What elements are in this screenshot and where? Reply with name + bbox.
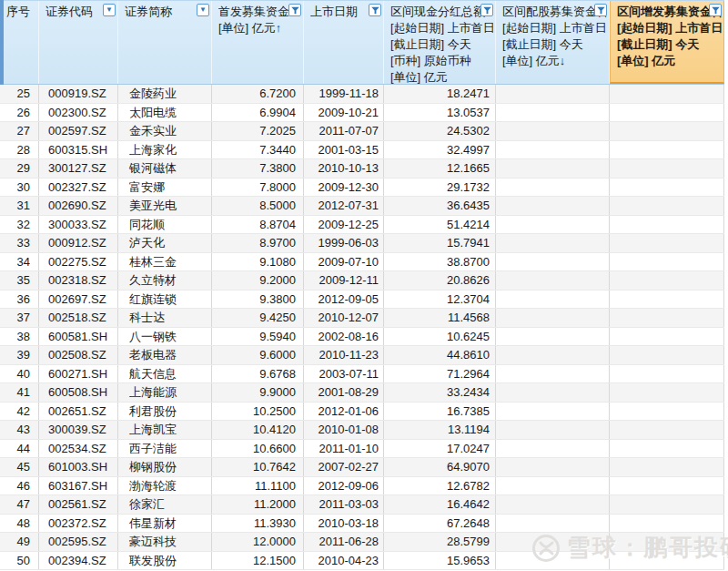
column-header-index[interactable]: 序号 bbox=[0, 1, 39, 84]
cell-rights_funds[interactable] bbox=[496, 216, 610, 234]
cell-index[interactable]: 26 bbox=[0, 104, 39, 122]
cell-secondary_funds[interactable] bbox=[610, 365, 724, 383]
cell-name[interactable]: 泸天化 bbox=[118, 234, 212, 252]
cell-index[interactable]: 48 bbox=[0, 515, 39, 533]
cell-rights_funds[interactable] bbox=[496, 515, 610, 533]
cell-rights_funds[interactable] bbox=[496, 178, 610, 197]
cell-ipo_funds[interactable]: 6.7200 bbox=[212, 85, 304, 103]
table-row[interactable]: 38600581.SH八一钢铁9.59402002-08-1610.6245 bbox=[0, 328, 724, 347]
cell-dividend[interactable]: 12.3704 bbox=[384, 291, 496, 309]
cell-ipo_funds[interactable]: 7.2025 bbox=[212, 122, 304, 140]
cell-index[interactable]: 38 bbox=[0, 328, 39, 346]
cell-index[interactable]: 41 bbox=[0, 383, 39, 402]
cell-code[interactable]: 601003.SH bbox=[39, 458, 118, 476]
funnel-filter-icon[interactable] bbox=[480, 4, 493, 16]
cell-secondary_funds[interactable] bbox=[610, 159, 724, 178]
cell-secondary_funds[interactable] bbox=[610, 291, 724, 309]
cell-secondary_funds[interactable] bbox=[610, 271, 724, 290]
cell-index[interactable]: 29 bbox=[0, 159, 39, 178]
cell-list_date[interactable]: 2011-01-10 bbox=[304, 440, 384, 458]
cell-name[interactable]: 红旗连锁 bbox=[118, 291, 212, 309]
cell-code[interactable]: 600315.SH bbox=[39, 141, 118, 159]
cell-list_date[interactable]: 2009-12-30 bbox=[304, 178, 384, 197]
cell-code[interactable]: 002394.SZ bbox=[39, 552, 118, 570]
cell-name[interactable]: 航天信息 bbox=[118, 365, 212, 383]
table-row[interactable]: 39002508.SZ老板电器9.60002010-11-2344.8610 bbox=[0, 346, 724, 365]
cell-code[interactable]: 002534.SZ bbox=[39, 440, 118, 458]
table-row[interactable]: 43300039.SZ上海凯宝10.41202010-01-0813.1194 bbox=[0, 421, 724, 440]
cell-code[interactable]: 600271.SH bbox=[39, 365, 118, 383]
cell-name[interactable]: 伟星新材 bbox=[118, 515, 212, 533]
cell-dividend[interactable]: 12.1665 bbox=[384, 159, 496, 178]
table-row[interactable]: 33000912.SZ泸天化8.97001999-06-0315.7941 bbox=[0, 234, 724, 253]
cell-secondary_funds[interactable] bbox=[610, 309, 724, 327]
cell-ipo_funds[interactable]: 8.5000 bbox=[212, 197, 304, 215]
cell-name[interactable]: 徐家汇 bbox=[118, 495, 212, 514]
cell-ipo_funds[interactable]: 7.8000 bbox=[212, 178, 304, 197]
cell-name[interactable]: 上海能源 bbox=[118, 383, 212, 402]
cell-list_date[interactable]: 2012-09-05 bbox=[304, 291, 384, 309]
cell-name[interactable]: 银河磁体 bbox=[118, 159, 212, 178]
cell-dividend[interactable]: 15.7941 bbox=[384, 234, 496, 252]
cell-rights_funds[interactable] bbox=[496, 122, 610, 140]
table-row[interactable]: 48002372.SZ伟星新材11.39302010-03-1867.2648 bbox=[0, 515, 724, 534]
cell-ipo_funds[interactable]: 9.5940 bbox=[212, 328, 304, 346]
cell-list_date[interactable]: 2010-01-08 bbox=[304, 421, 384, 439]
cell-index[interactable]: 31 bbox=[0, 197, 39, 215]
cell-index[interactable]: 45 bbox=[0, 458, 39, 476]
cell-secondary_funds[interactable] bbox=[610, 104, 724, 122]
cell-secondary_funds[interactable] bbox=[610, 477, 724, 495]
cell-dividend[interactable]: 17.0247 bbox=[384, 440, 496, 458]
funnel-filter-icon[interactable] bbox=[709, 4, 722, 16]
cell-secondary_funds[interactable] bbox=[610, 383, 724, 402]
cell-ipo_funds[interactable]: 7.3800 bbox=[212, 159, 304, 178]
table-row[interactable]: 42002651.SZ利君股份10.25002012-01-0616.7385 bbox=[0, 403, 724, 422]
cell-code[interactable]: 600581.SH bbox=[39, 328, 118, 346]
cell-secondary_funds[interactable] bbox=[610, 458, 724, 476]
column-header-name[interactable]: 证券简称 ▼ bbox=[118, 1, 212, 84]
cell-code[interactable]: 300127.SZ bbox=[39, 159, 118, 178]
cell-name[interactable]: 柳钢股份 bbox=[118, 458, 212, 476]
cell-list_date[interactable]: 2011-06-28 bbox=[304, 533, 384, 551]
cell-code[interactable]: 002697.SZ bbox=[39, 291, 118, 309]
table-row[interactable]: 44002534.SZ西子洁能10.66002011-01-1017.0247 bbox=[0, 440, 724, 459]
cell-list_date[interactable]: 2010-04-23 bbox=[304, 552, 384, 570]
cell-ipo_funds[interactable]: 9.9000 bbox=[212, 383, 304, 402]
cell-code[interactable]: 600508.SH bbox=[39, 383, 118, 402]
cell-rights_funds[interactable] bbox=[496, 346, 610, 364]
table-row[interactable]: 28600315.SH上海家化7.34402001-03-1532.4997 bbox=[0, 141, 724, 160]
cell-ipo_funds[interactable]: 11.1100 bbox=[212, 477, 304, 495]
cell-index[interactable]: 39 bbox=[0, 346, 39, 364]
table-row[interactable]: 37002518.SZ科士达9.42502010-12-0711.4568 bbox=[0, 309, 724, 328]
cell-index[interactable]: 40 bbox=[0, 365, 39, 383]
cell-rights_funds[interactable] bbox=[496, 328, 610, 346]
cell-rights_funds[interactable] bbox=[496, 234, 610, 252]
table-row[interactable]: 35002318.SZ久立特材9.20002009-12-1120.8626 bbox=[0, 271, 724, 291]
table-row[interactable]: 46603167.SH渤海轮渡11.11002012-09-0612.6782 bbox=[0, 477, 724, 496]
cell-name[interactable]: 同花顺 bbox=[118, 216, 212, 234]
cell-list_date[interactable]: 2010-03-18 bbox=[304, 515, 384, 533]
column-header-secondary-funds-selected[interactable]: 区间增发募集资金合 ↑ [起始日期] 上市首日 [截止日期] 今天 [单位] 亿… bbox=[610, 1, 724, 84]
cell-code[interactable]: 002300.SZ bbox=[39, 104, 118, 122]
cell-list_date[interactable]: 2011-07-07 bbox=[304, 122, 384, 140]
cell-name[interactable]: 上海家化 bbox=[118, 141, 212, 159]
cell-dividend[interactable]: 44.8610 bbox=[384, 346, 496, 364]
cell-secondary_funds[interactable] bbox=[610, 403, 724, 421]
cell-dividend[interactable]: 13.1194 bbox=[384, 421, 496, 439]
cell-rights_funds[interactable] bbox=[496, 197, 610, 215]
cell-ipo_funds[interactable]: 12.0000 bbox=[212, 533, 304, 551]
table-row[interactable]: 45601003.SH柳钢股份10.76422007-02-2764.9070 bbox=[0, 458, 724, 477]
cell-index[interactable]: 27 bbox=[0, 122, 39, 140]
cell-index[interactable]: 25 bbox=[0, 85, 39, 103]
cell-ipo_funds[interactable]: 7.3440 bbox=[212, 141, 304, 159]
cell-ipo_funds[interactable]: 9.6000 bbox=[212, 346, 304, 364]
cell-index[interactable]: 46 bbox=[0, 477, 39, 495]
cell-rights_funds[interactable] bbox=[496, 291, 610, 309]
cell-list_date[interactable]: 2001-03-15 bbox=[304, 141, 384, 159]
cell-secondary_funds[interactable] bbox=[610, 122, 724, 140]
cell-code[interactable]: 002318.SZ bbox=[39, 271, 118, 290]
cell-rights_funds[interactable] bbox=[496, 533, 610, 551]
cell-code[interactable]: 002508.SZ bbox=[39, 346, 118, 364]
cell-list_date[interactable]: 2012-01-06 bbox=[304, 403, 384, 421]
cell-secondary_funds[interactable] bbox=[610, 197, 724, 215]
